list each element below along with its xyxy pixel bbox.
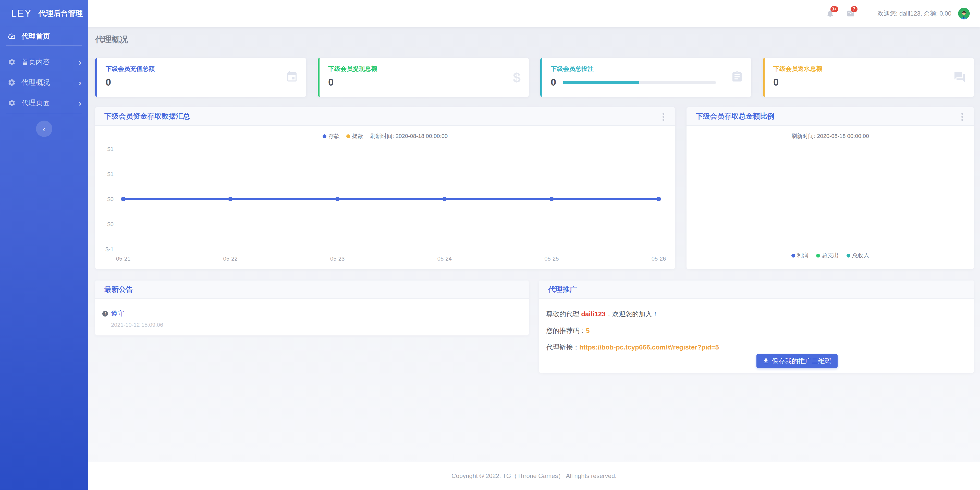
svg-text:$0: $0: [107, 221, 114, 227]
download-icon: [762, 358, 769, 364]
page-title: 代理概况: [95, 34, 128, 45]
sidebar-item-agent-pages[interactable]: 代理页面 ›: [0, 94, 88, 112]
chat-bubbles-icon: [953, 71, 966, 83]
promo-greeting: 尊敬的代理 daili123，欢迎您的加入！: [546, 310, 974, 319]
gauge-icon: [8, 32, 16, 40]
code-label: 您的推荐码：: [546, 327, 586, 334]
legend-label: 提款: [352, 132, 363, 140]
gear-icon: [8, 78, 16, 86]
user-avatar[interactable]: [958, 8, 970, 19]
app-title: 代理后台管理: [38, 8, 83, 19]
sidebar-item-agent-home[interactable]: 代理首页: [0, 27, 88, 45]
sidebar-item-agent-overview[interactable]: 代理概况 ›: [0, 73, 88, 92]
refresh-time: 刷新时间: 2020-08-18 00:00:00: [791, 132, 869, 140]
svg-text:$1: $1: [107, 146, 114, 152]
save-qr-button[interactable]: 保存我的推广二维码: [756, 354, 838, 368]
logo-mark: LEY: [11, 8, 32, 19]
topbar: 3+ 7 欢迎您: daili123, 余额: 0.00: [88, 0, 980, 27]
stat-value: 0: [773, 77, 779, 88]
dollar-icon: $: [513, 70, 520, 84]
chevron-left-icon: ‹: [43, 124, 45, 134]
calendar-icon: [286, 71, 298, 83]
chevron-right-icon: ›: [79, 98, 81, 108]
legend-label: 总支出: [822, 252, 839, 259]
agent-promo-card: 代理推广 尊敬的代理 daili123，欢迎您的加入！ 您的推荐码：5 代理链接…: [539, 281, 974, 373]
svg-text:05-25: 05-25: [544, 255, 558, 262]
stat-card-total-bets: 下级会员总投注 0: [540, 58, 751, 97]
agent-name: daili123: [581, 310, 605, 318]
legend-dot: [846, 254, 850, 257]
stat-title: 下级会员提现总额: [328, 65, 520, 73]
sidebar-item-label: 代理首页: [21, 32, 50, 41]
deposit-ratio-card: 下级会员存取总金额比例 刷新时间: 2020-08-18 00:00:00 利润…: [687, 107, 974, 269]
avatar-image: [958, 8, 970, 19]
legend-dot: [323, 134, 326, 138]
gear-icon: [8, 58, 16, 66]
clipboard-icon: [731, 71, 743, 83]
sidebar-item-label: 代理页面: [21, 98, 50, 108]
agent-registration-link[interactable]: https://bob-pc.tcyp666.com/#/register?pi…: [579, 343, 719, 351]
svg-text:05-23: 05-23: [330, 255, 345, 262]
topbar-divider: [867, 6, 867, 21]
bets-progress-fill: [563, 81, 639, 84]
announcement-link[interactable]: 遵守: [111, 309, 124, 318]
save-qr-label: 保存我的推广二维码: [772, 357, 832, 366]
stat-title: 下级会员总投注: [551, 65, 742, 73]
stat-title: 下级会员充值总额: [106, 65, 297, 73]
stat-card-withdraw-total: 下级会员提现总额 0 $: [318, 58, 529, 97]
sidebar-item-home-content[interactable]: 首页内容 ›: [0, 53, 88, 71]
announcements-title: 最新公告: [104, 285, 133, 294]
legend-label: 利润: [797, 252, 808, 259]
announcement-timestamp: 2021-10-12 15:09:06: [111, 322, 529, 328]
sidebar-collapse-button[interactable]: ‹: [36, 121, 52, 137]
info-icon: i: [102, 311, 108, 316]
legend-item-withdraw[interactable]: 提款: [346, 132, 363, 140]
stat-title: 下级会员返水总额: [773, 65, 965, 73]
notifications-bell-button[interactable]: 3+: [826, 9, 835, 18]
pie-legend: 利润 总支出 总收入: [687, 252, 974, 259]
chevron-right-icon: ›: [79, 78, 81, 88]
promo-title: 代理推广: [548, 285, 577, 294]
link-label: 代理链接：: [546, 343, 579, 351]
welcome-text: 欢迎您: daili123, 余额: 0.00: [878, 10, 951, 18]
chart-card-title: 下级会员资金存取数据汇总: [104, 112, 190, 121]
svg-text:05-26: 05-26: [652, 255, 666, 262]
footer: Copyright © 2022. TG（Throne Games） All r…: [88, 462, 980, 490]
stat-value: 0: [106, 77, 111, 88]
legend-label: 存款: [328, 132, 340, 140]
legend-dot: [346, 134, 350, 138]
sidebar-item-label: 代理概况: [21, 78, 50, 87]
promo-link-line: 代理链接：https://bob-pc.tcyp666.com/#/regist…: [546, 343, 974, 352]
chart-card-title: 下级会员存取总金额比例: [696, 112, 774, 121]
legend-item-expense[interactable]: 总支出: [816, 252, 839, 259]
legend-dot: [816, 254, 820, 257]
legend-item-deposit[interactable]: 存款: [323, 132, 340, 140]
svg-text:$1: $1: [107, 171, 114, 177]
messages-button[interactable]: 7: [846, 9, 855, 18]
referral-code: 5: [586, 327, 590, 334]
legend-item-income[interactable]: 总收入: [846, 252, 869, 259]
app-logo: LEY 代理后台管理: [0, 0, 88, 27]
legend-item-profit[interactable]: 利润: [791, 252, 808, 259]
copyright-text: Copyright © 2022. TG（Throne Games） All r…: [452, 472, 617, 480]
stat-card-recharge-total: 下级会员充值总额 0: [95, 58, 306, 97]
greeting-suffix: ，欢迎您的加入！: [606, 310, 659, 318]
promo-code-line: 您的推荐码：5: [546, 326, 974, 335]
mail-badge: 7: [851, 6, 858, 12]
announcement-row: i 遵守: [95, 299, 529, 318]
kebab-menu-icon[interactable]: [662, 112, 665, 122]
announcements-card: 最新公告 i 遵守 2021-10-12 15:09:06: [95, 281, 529, 335]
refresh-time: 刷新时间: 2020-08-18 00:00:00: [370, 132, 448, 140]
line-chart: $1$1$0$0$-105-2105-2205-2305-2405-2505-2…: [95, 107, 675, 269]
svg-text:05-21: 05-21: [116, 255, 130, 262]
greeting-prefix: 尊敬的代理: [546, 310, 581, 318]
svg-text:$-1: $-1: [105, 246, 114, 252]
svg-text:05-24: 05-24: [438, 255, 452, 262]
deposit-withdraw-chart-card: 下级会员资金存取数据汇总 存款 提款 刷新时间: 2020-08-18 00:0…: [95, 107, 675, 269]
chevron-right-icon: ›: [79, 57, 81, 67]
stat-value: 0: [551, 77, 556, 88]
legend-label: 总收入: [853, 252, 869, 259]
kebab-menu-icon[interactable]: [960, 112, 964, 122]
bets-progress-bar: [563, 81, 716, 84]
stat-value: 0: [328, 77, 334, 88]
